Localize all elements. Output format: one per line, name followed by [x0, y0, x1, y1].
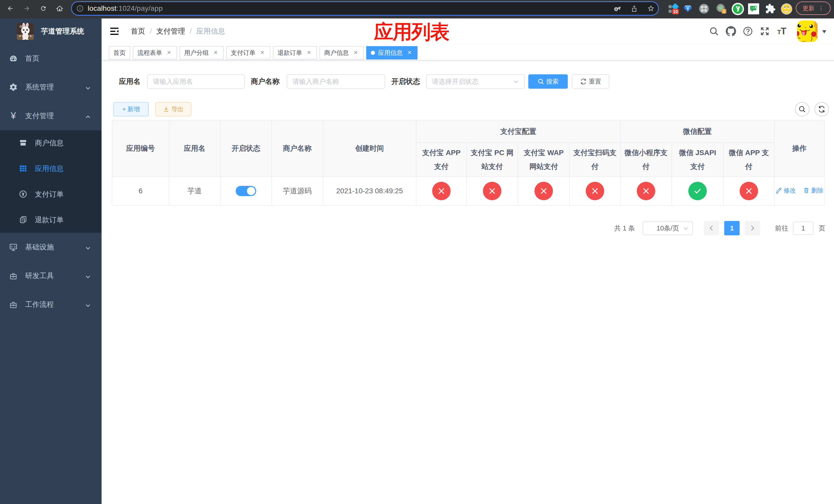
svg-text:10: 10 — [673, 9, 678, 14]
svg-text:1: 1 — [723, 9, 725, 13]
